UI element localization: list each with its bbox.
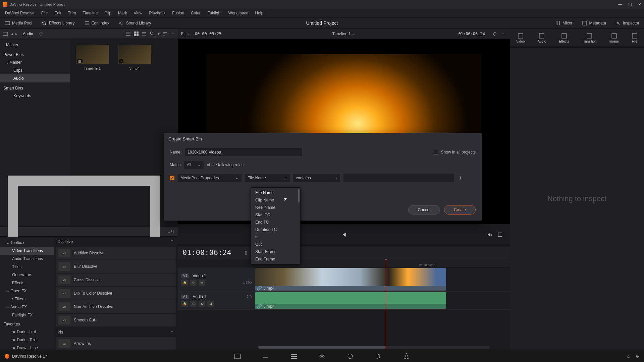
dropdown-opt-file-name[interactable]: File Name	[251, 189, 300, 196]
inspector-tab-transition[interactable]: Transition	[582, 33, 597, 43]
fx-fav-1[interactable]: ★ Dark…hird	[0, 328, 54, 336]
rule-enabled-checkbox[interactable]	[170, 176, 174, 180]
viewer-fit[interactable]: Fit ⌄	[181, 32, 190, 36]
track-head-v1[interactable]: V1Video 1 🔒 ◇ ▭ 1 Clip	[178, 267, 255, 291]
track-auto-v1[interactable]: ◇	[190, 280, 197, 286]
tree-clips[interactable]: Clips	[0, 66, 70, 74]
track-solo-a1[interactable]: S	[199, 301, 205, 307]
jump-start-icon[interactable]	[341, 232, 347, 238]
thumb-timeline-1[interactable]: ▦Timeline 1	[76, 45, 109, 70]
dropdown-opt-end-tc[interactable]: End TC	[251, 219, 300, 226]
playhead[interactable]	[386, 259, 386, 350]
inspector-tab-audio[interactable]: Audio	[538, 33, 546, 43]
timeline-scrollbar[interactable]	[258, 346, 490, 349]
fx-fav-3[interactable]: ★ Draw…Line	[0, 344, 54, 350]
rule-op-select[interactable]: contains⌄	[293, 174, 340, 182]
sound-library-toggle[interactable]: Sound Library	[114, 18, 156, 28]
menu-davinci-resolve[interactable]: DaVinci Resolve	[2, 9, 38, 17]
strip-view-icon[interactable]	[142, 31, 147, 37]
metadata-toggle[interactable]: Metadata	[577, 20, 611, 26]
mixer-toggle[interactable]: Mixer	[550, 20, 577, 26]
inspector-tab-file[interactable]: File	[632, 33, 638, 43]
clip-audio-1[interactable]: 🔗3.mp4	[255, 292, 446, 309]
effects-library-toggle[interactable]: Effects Library	[37, 18, 79, 28]
menu-help[interactable]: Help	[252, 9, 266, 17]
track-head-a1[interactable]: A1Audio 12.0 🔒 ◇ S M	[178, 292, 255, 309]
menu-color[interactable]: Color	[188, 9, 204, 17]
viewer-gear-icon[interactable]	[492, 32, 497, 36]
page-cut[interactable]	[262, 352, 270, 360]
fx-item-cross-dissolve[interactable]: ▱Cross Dissolve	[56, 274, 176, 286]
fx-fav-2[interactable]: ★ Dark…Text	[0, 336, 54, 344]
viewer-timeline-name[interactable]: Timeline 1 ⌄	[332, 32, 355, 36]
fx-item-additive-dissolve[interactable]: ▱Additive Dissolve	[56, 247, 176, 259]
page-color[interactable]	[346, 352, 354, 360]
dropdown-opt-start-frame[interactable]: Start Frame	[251, 248, 300, 255]
clip-video-1[interactable]: 🔗3.mp4	[255, 268, 446, 291]
tree-audio[interactable]: Audio	[0, 74, 70, 82]
fx-toolbox[interactable]: ⌄ Toolbox	[0, 239, 54, 247]
fx-category-iris[interactable]: Iris⌃	[54, 327, 178, 337]
list-view-icon[interactable]	[125, 31, 131, 37]
fx-item-non-additive-dissolve[interactable]: ▱Non-Additive Dissolve	[56, 300, 176, 313]
menu-clip[interactable]: Clip	[101, 9, 114, 17]
inspector-tab-video[interactable]: Video	[516, 33, 525, 43]
dropdown-opt-out[interactable]: Out	[251, 241, 300, 248]
search-icon[interactable]	[150, 31, 155, 37]
dropdown-scrollbar[interactable]	[298, 189, 300, 202]
volume-icon[interactable]	[487, 232, 493, 238]
fx-category-dissolve[interactable]: Dissolve⌃	[54, 237, 178, 246]
name-input[interactable]	[185, 148, 302, 156]
match-select[interactable]: All⌄	[184, 161, 204, 169]
fx-item-blur-dissolve[interactable]: ▱Blur Dissolve	[56, 260, 176, 273]
tl-tool-1[interactable]: ▯	[245, 250, 247, 255]
thumb-view-icon[interactable]	[133, 31, 139, 37]
fx-titles[interactable]: Titles	[0, 263, 54, 271]
bin-view-icon[interactable]	[3, 31, 8, 37]
inspector-tab-effects[interactable]: Effects	[559, 33, 569, 43]
fx-search-icon[interactable]	[171, 229, 175, 234]
fx-video-transitions[interactable]: Video Transitions	[0, 247, 54, 255]
page-deliver[interactable]	[402, 352, 411, 360]
menu-playback[interactable]: Playback	[146, 9, 168, 17]
fx-filters[interactable]: › Filters	[0, 295, 54, 303]
fx-audio-transitions[interactable]: Audio Transitions	[0, 255, 54, 263]
tree-keywords[interactable]: Keywords	[0, 92, 70, 100]
rule-value-input[interactable]	[343, 174, 454, 182]
menu-file[interactable]: File	[38, 9, 51, 17]
inspector-toggle[interactable]: Inspector	[611, 20, 644, 26]
minimize-button[interactable]: —	[618, 2, 622, 7]
track-lock-v1[interactable]: 🔒	[181, 280, 188, 286]
menu-timeline[interactable]: Timeline	[79, 9, 101, 17]
fx-audiofx[interactable]: ⌄ Audio FX	[0, 303, 54, 311]
add-rule-button[interactable]: +	[458, 175, 464, 181]
tree-pb-master[interactable]: ⌄Master	[0, 58, 70, 66]
dropdown-opt-clip-name[interactable]: Clip Name	[251, 196, 300, 204]
home-icon[interactable]: ⌂	[627, 354, 630, 359]
menu-fusion[interactable]: Fusion	[169, 9, 187, 17]
page-fairlight[interactable]	[374, 352, 382, 360]
dropdown-opt-duration-tc[interactable]: Duration TC	[251, 226, 300, 233]
fx-openfx[interactable]: ⌄ Open FX	[0, 287, 54, 295]
menu-workspace[interactable]: Workspace	[225, 9, 252, 17]
track-view-v1[interactable]: ▭	[199, 280, 205, 286]
dropdown-opt-end-frame[interactable]: End Frame	[251, 255, 300, 263]
menu-fairlight[interactable]: Fairlight	[204, 9, 225, 17]
edit-index-toggle[interactable]: Edit Index	[79, 18, 114, 28]
tree-master[interactable]: Master	[0, 41, 70, 49]
menu-trim[interactable]: Trim	[65, 9, 79, 17]
cancel-button[interactable]: Cancel	[408, 205, 440, 215]
track-mute-a1[interactable]: M	[207, 301, 214, 307]
menu-edit[interactable]: Edit	[51, 9, 64, 17]
dropdown-opt-reel-name[interactable]: Reel Name	[251, 204, 300, 211]
show-all-checkbox[interactable]	[434, 150, 438, 155]
fx-item-dip-to-color-dissolve[interactable]: ▱Dip To Color Dissolve	[56, 287, 176, 300]
thumb-3-mp4[interactable]: ♪3.mp4	[118, 45, 151, 70]
fx-generators[interactable]: Generators	[0, 271, 54, 279]
fx-fairlight[interactable]: Fairlight FX	[0, 311, 54, 319]
sort-icon[interactable]	[162, 31, 168, 37]
rule-field-select[interactable]: File Name⌄	[245, 174, 290, 182]
track-lock-a1[interactable]: 🔒	[181, 301, 188, 307]
dropdown-opt-start-tc[interactable]: Start TC	[251, 211, 300, 219]
fx-item-arrow-iris[interactable]: ▱Arrow Iris	[56, 337, 176, 350]
